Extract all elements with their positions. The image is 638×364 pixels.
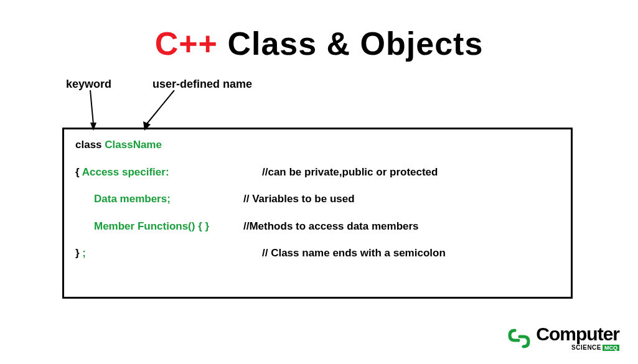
title-cpp: C++ — [155, 26, 218, 62]
logo-chain-icon — [506, 325, 532, 352]
svg-line-2 — [146, 90, 174, 124]
access-specifier: Access specifier: — [82, 166, 169, 178]
logo-sub-row: SCIENCEMCQ — [571, 342, 619, 351]
label-userdefined: user-defined name — [152, 78, 252, 91]
class-keyword: class — [75, 139, 105, 151]
comment-methods: //Methods to access data members — [243, 218, 419, 235]
logo-sub-text: SCIENCE — [571, 344, 601, 351]
title-rest: Class & Objects — [218, 26, 483, 62]
code-box: class ClassName { Access specifier: //ca… — [62, 128, 573, 299]
svg-line-0 — [90, 90, 93, 124]
code-line-3: Data members; // Variables to be used — [75, 191, 560, 207]
code-line-1: class ClassName — [75, 137, 560, 153]
open-brace: { — [75, 166, 82, 178]
class-name: ClassName — [105, 139, 162, 151]
logo-text-block: Computer SCIENCEMCQ — [536, 325, 619, 351]
semicolon: ; — [82, 247, 86, 259]
logo-area: Computer SCIENCEMCQ — [506, 325, 619, 352]
comment-access: //can be private,public or protected — [262, 164, 438, 180]
data-members: Data members; — [94, 193, 171, 205]
logo-mcq-badge: MCQ — [603, 345, 619, 351]
code-line-2: { Access specifier: //can be private,pub… — [75, 164, 560, 180]
code-line-5: } ; // Class name ends with a semicolon — [75, 245, 560, 261]
label-keyword: keyword — [66, 78, 111, 91]
page-title: C++ Class & Objects — [0, 25, 638, 62]
logo-main-text: Computer — [536, 325, 619, 342]
comment-semicolon: // Class name ends with a semicolon — [262, 245, 446, 261]
member-functions: Member Functions() { } — [94, 220, 209, 232]
code-line-4: Member Functions() { } //Methods to acce… — [75, 218, 560, 235]
close-brace: } — [75, 247, 82, 259]
comment-data: // Variables to be used — [243, 191, 355, 207]
